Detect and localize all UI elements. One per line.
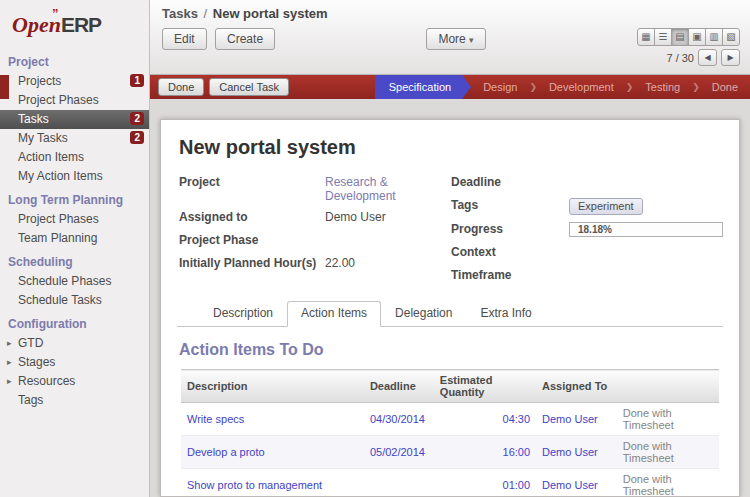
page-title: New portal system (179, 136, 723, 159)
sidebar-item-ltp-project-phases[interactable]: Project Phases (0, 210, 149, 229)
more-button[interactable]: More ▾ (426, 28, 485, 50)
column-header-estimated-quantity[interactable]: Estimated Quantity (434, 370, 536, 403)
graph-view-button[interactable]: ▧ (722, 28, 740, 46)
field-label: Progress (451, 222, 569, 236)
field-grid: Project Research & Development Assigned … (179, 175, 723, 291)
field-label: Assigned to (179, 210, 325, 224)
field-assigned-to: Assigned to Demo User (179, 210, 451, 226)
more-label: More (438, 32, 465, 46)
kanban-view-button[interactable]: ▦ (637, 28, 655, 46)
column-header-description[interactable]: Description (181, 370, 364, 403)
form-view-icon: ▤ (675, 31, 684, 42)
tag-experiment[interactable]: Experiment (569, 198, 643, 215)
column-header-assigned-to[interactable]: Assigned To (536, 370, 617, 403)
sidebar-section-project: Project (0, 48, 149, 72)
assigned-user-link[interactable]: Demo User (542, 413, 598, 425)
count-badge: 2 (130, 131, 144, 144)
field-label: Initially Planned Hour(s) (179, 256, 325, 270)
stage-testing[interactable]: Testing (633, 75, 692, 99)
section-title: Action Items To Do (179, 341, 723, 359)
sidebar-item-my-action-items[interactable]: My Action Items (0, 167, 149, 186)
sidebar-item-label: Team Planning (18, 231, 97, 245)
notebook-tabs: Description Action Items Delegation Extr… (177, 301, 723, 327)
content-area: New portal system Project Research & Dev… (150, 99, 750, 497)
sidebar-section-long-term-planning: Long Term Planning (0, 186, 149, 210)
toolbar-right: ▦ ☰ ▤ ▣ ▥ ▧ 7 / 30 ◀ ▶ (637, 28, 740, 66)
stage-specification[interactable]: Specification (375, 75, 471, 99)
field-column-left: Project Research & Development Assigned … (179, 175, 451, 291)
sidebar-item-team-planning[interactable]: Team Planning (0, 229, 149, 248)
tab-delegation[interactable]: Delegation (381, 301, 466, 326)
field-tags: Tags Experiment (451, 198, 723, 215)
field-label: Project Phase (179, 233, 325, 247)
sidebar-item-gtd[interactable]: ▸ GTD (0, 334, 149, 353)
quantity-cell: 16:00 (503, 446, 531, 458)
stage-design[interactable]: Design (471, 75, 529, 99)
sidebar-item-my-tasks[interactable]: My Tasks 2 (0, 129, 149, 148)
view-switcher: ▦ ☰ ▤ ▣ ▥ ▧ (637, 28, 740, 46)
field-progress: Progress 18.18% (451, 222, 723, 238)
kanban-view-icon: ▦ (641, 31, 650, 42)
sidebar-item-label: Action Items (18, 150, 84, 164)
expand-caret-icon: ▸ (7, 375, 12, 388)
deadline-cell: 04/30/2014 (370, 413, 425, 425)
stage-done[interactable]: Done (700, 75, 750, 99)
toolbar-center: More ▾ (275, 28, 637, 50)
breadcrumb-separator: / (202, 6, 210, 21)
count-badge: 1 (130, 74, 144, 87)
tab-action-items[interactable]: Action Items (287, 301, 381, 327)
sidebar-item-tags[interactable]: Tags (0, 391, 149, 410)
list-view-button[interactable]: ☰ (654, 28, 672, 46)
chevron-right-icon: ▶ (727, 53, 733, 62)
table-header-row: Description Deadline Estimated Quantity … (181, 370, 719, 403)
table-row[interactable]: Show proto to management 01:00 Demo User… (181, 469, 719, 497)
tab-extra-info[interactable]: Extra Info (466, 301, 545, 326)
calendar-view-button[interactable]: ▣ (688, 28, 706, 46)
stage-development[interactable]: Development (537, 75, 626, 99)
assigned-user-link[interactable]: Demo User (542, 446, 598, 458)
assigned-user-link[interactable]: Demo User (542, 479, 598, 491)
breadcrumb-parent[interactable]: Tasks (162, 6, 198, 21)
timesheet-note: Done with Timesheet (623, 440, 674, 464)
pager-prev-button[interactable]: ◀ (698, 49, 717, 66)
stage-chevron-icon: ❯ (529, 75, 537, 99)
app-window: OpenERP ” Project Projects 1 Project Pha… (0, 0, 750, 497)
sidebar-item-resources[interactable]: ▸ Resources (0, 372, 149, 391)
timesheet-note: Done with Timesheet (623, 407, 674, 431)
gantt-view-button[interactable]: ▥ (705, 28, 723, 46)
sidebar-item-tasks[interactable]: Tasks 2 (0, 110, 149, 129)
sidebar-item-project-phases[interactable]: Project Phases (0, 91, 149, 110)
done-button[interactable]: Done (158, 78, 204, 96)
sidebar-item-action-items[interactable]: Action Items (0, 148, 149, 167)
cancel-task-button[interactable]: Cancel Task (209, 78, 289, 96)
sidebar-item-label: My Tasks (18, 131, 68, 145)
sidebar-item-schedule-phases[interactable]: Schedule Phases (0, 272, 149, 291)
field-label: Context (451, 245, 569, 259)
sidebar-section-scheduling: Scheduling (0, 248, 149, 272)
project-link[interactable]: Research & Development (325, 175, 451, 203)
task-description-link[interactable]: Develop a proto (187, 446, 265, 458)
tab-description[interactable]: Description (199, 301, 287, 326)
field-label: Tags (451, 198, 569, 212)
column-header-deadline[interactable]: Deadline (364, 370, 434, 403)
breadcrumb: Tasks / New portal system (162, 6, 740, 21)
sidebar-item-label: Project Phases (18, 93, 99, 107)
planned-hours-value: 22.00 (325, 256, 355, 270)
task-description-link[interactable]: Write specs (187, 413, 244, 425)
task-description-link[interactable]: Show proto to management (187, 479, 322, 491)
field-deadline: Deadline (451, 175, 723, 191)
create-button[interactable]: Create (215, 28, 275, 50)
sidebar-collapse-handle[interactable] (0, 75, 9, 99)
edit-button[interactable]: Edit (162, 28, 207, 50)
sidebar-item-label: My Action Items (18, 169, 103, 183)
table-row[interactable]: Write specs 04/30/2014 04:30 Demo User D… (181, 403, 719, 436)
sidebar-item-label: Project Phases (18, 212, 99, 226)
table-row[interactable]: Develop a proto 05/02/2014 16:00 Demo Us… (181, 436, 719, 469)
pager-next-button[interactable]: ▶ (721, 49, 740, 66)
openerp-logo[interactable]: OpenERP ” (0, 0, 149, 48)
sidebar-item-projects[interactable]: Projects 1 (0, 72, 149, 91)
sidebar-item-stages[interactable]: ▸ Stages (0, 353, 149, 372)
sidebar-item-schedule-tasks[interactable]: Schedule Tasks (0, 291, 149, 310)
form-view-button[interactable]: ▤ (671, 28, 689, 46)
column-header-empty (617, 370, 719, 403)
